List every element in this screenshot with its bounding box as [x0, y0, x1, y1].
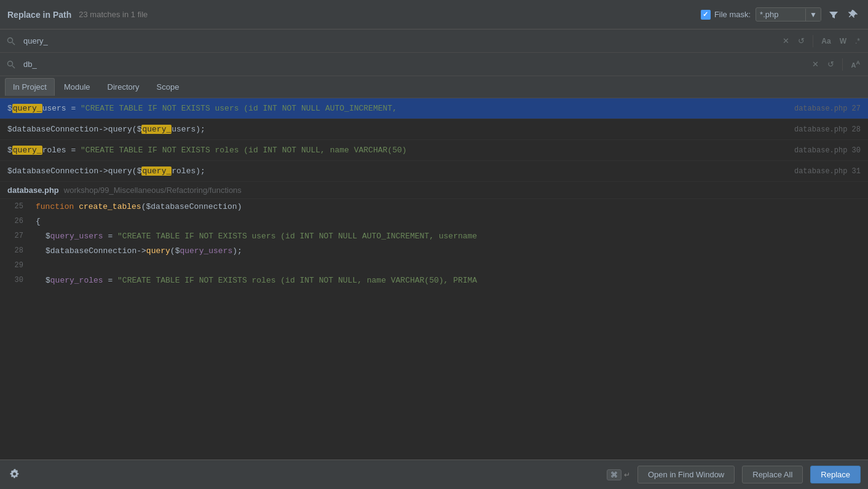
svg-line-1 [12, 42, 15, 45]
file-mask-input-wrapper: ▼ [756, 7, 821, 22]
match-count: 23 matches in 1 file [79, 10, 148, 19]
highlight-4: query_ [141, 166, 172, 176]
header-bar: Replace in Path 23 matches in 1 file Fil… [0, 0, 868, 29]
result-row-1[interactable]: $query_users = "CREATE TABLE IF NOT EXIS… [0, 98, 868, 119]
code-preview: 25 function create_tables($databaseConne… [0, 199, 868, 288]
replace-btn[interactable]: Replace [810, 466, 861, 483]
filter-icon-btn[interactable] [826, 7, 841, 22]
file-mask-checkbox-container: File mask: [701, 10, 751, 20]
code-line-25[interactable]: 25 function create_tables($databaseConne… [0, 199, 868, 214]
find-input[interactable] [21, 35, 776, 47]
line-content-30: $query_roles = "CREATE TABLE IF NOT EXIS… [31, 276, 868, 285]
result-file-3: database.php 30 [794, 146, 861, 155]
svg-point-0 [8, 37, 13, 42]
replace-clear-btn[interactable]: ✕ [809, 58, 822, 71]
line-num-26: 26 [0, 217, 31, 225]
tab-directory[interactable]: Directory [100, 78, 148, 96]
find-row: ✕ ↺ Aa W .* [0, 29, 868, 53]
highlight-2: query_ [141, 125, 172, 134]
match-case-btn[interactable]: Aa [818, 35, 834, 47]
line-content-25: function create_tables($databaseConnecti… [31, 202, 868, 211]
dialog-title: Replace in Path [7, 10, 71, 20]
file-mask-dropdown-btn[interactable]: ▼ [805, 9, 821, 21]
settings-btn[interactable] [7, 466, 22, 483]
find-clear-btn[interactable]: ✕ [779, 34, 792, 47]
bottom-toolbar: ⌘ ↵ Open in Find Window Replace All Repl… [0, 460, 868, 489]
replace-magnifier-icon [7, 60, 15, 69]
file-path-row: database.php workshop/99_Miscellaneous/R… [0, 182, 868, 199]
file-mask-label: File mask: [714, 10, 751, 19]
preview-directory: workshop/99_Miscellaneous/Refactoring/fu… [64, 186, 242, 195]
tab-module[interactable]: Module [56, 78, 98, 96]
result-row-4[interactable]: $databaseConnection->query($query_roles)… [0, 161, 868, 182]
code-prefix-1: $ [7, 104, 12, 113]
result-file-1: database.php 27 [794, 104, 861, 113]
replace-input[interactable] [21, 58, 805, 70]
line-num-28: 28 [0, 246, 31, 255]
highlight-1: query_ [12, 104, 42, 113]
gear-icon [10, 469, 20, 479]
line-content-27: $query_users = "CREATE TABLE IF NOT EXIS… [31, 232, 868, 241]
result-file-4: database.php 31 [794, 167, 861, 176]
file-mask-input[interactable] [756, 8, 805, 21]
result-code-3: $query_roles = "CREATE TABLE IF NOT EXIS… [7, 146, 787, 155]
pin-icon [848, 10, 858, 20]
result-file-2: database.php 28 [794, 125, 861, 134]
line-num-29: 29 [0, 261, 31, 270]
replace-all-btn[interactable]: Replace All [742, 466, 803, 483]
open-find-window-btn[interactable]: Open in Find Window [637, 466, 735, 483]
filter-tabs: In Project Module Directory Scope [0, 76, 868, 98]
replace-row-icon [5, 60, 17, 69]
file-mask-checkbox[interactable] [701, 10, 711, 20]
results-area: $query_users = "CREATE TABLE IF NOT EXIS… [0, 98, 868, 182]
find-history-btn[interactable]: ↺ [795, 34, 808, 47]
shortcut-hint: ⌘ ↵ [607, 469, 630, 480]
file-mask-section: File mask: ▼ [701, 7, 861, 22]
code-line-27[interactable]: 27 $query_users = "CREATE TABLE IF NOT E… [0, 229, 868, 243]
replace-actions: ✕ ↺ AA [809, 58, 863, 71]
svg-line-3 [12, 66, 15, 68]
replace-history-btn[interactable]: ↺ [824, 58, 837, 71]
shortcut-meta: ⌘ [607, 469, 621, 480]
svg-point-2 [8, 61, 13, 66]
preserve-case-btn[interactable]: AA [848, 58, 863, 71]
filter-icon [829, 10, 838, 20]
result-code-2: $databaseConnection->query($query_users)… [7, 125, 787, 134]
code-line-30[interactable]: 30 $query_roles = "CREATE TABLE IF NOT E… [0, 273, 868, 288]
tab-scope[interactable]: Scope [149, 78, 187, 96]
result-row-3[interactable]: $query_roles = "CREATE TABLE IF NOT EXIS… [0, 140, 868, 161]
code-suffix-1: users = "CREATE TABLE IF NOT EXISTS user… [42, 104, 397, 113]
find-row-icon [5, 37, 17, 45]
code-line-29[interactable]: 29 [0, 258, 868, 273]
find-actions: ✕ ↺ Aa W .* [779, 34, 863, 47]
line-content-29 [31, 261, 868, 270]
code-line-26[interactable]: 26 { [0, 214, 868, 229]
preview-filename: database.php [7, 186, 59, 195]
magnifier-icon [7, 37, 15, 45]
line-num-30: 30 [0, 276, 31, 284]
result-code-1: $query_users = "CREATE TABLE IF NOT EXIS… [7, 104, 787, 113]
result-code-4: $databaseConnection->query($query_roles)… [7, 166, 787, 176]
whole-word-btn[interactable]: W [837, 35, 850, 47]
replace-row: ✕ ↺ AA [0, 53, 868, 76]
line-content-26: { [31, 217, 868, 226]
highlight-3: query_ [12, 146, 42, 155]
tab-in-project[interactable]: In Project [5, 78, 55, 96]
code-line-28[interactable]: 28 $databaseConnection->query($query_use… [0, 243, 868, 258]
result-row-2[interactable]: $databaseConnection->query($query_users)… [0, 119, 868, 140]
line-num-25: 25 [0, 202, 31, 211]
pin-icon-btn[interactable] [846, 7, 861, 22]
line-num-27: 27 [0, 232, 31, 240]
line-content-28: $databaseConnection->query($query_users)… [31, 246, 868, 256]
regex-btn[interactable]: .* [852, 35, 863, 47]
